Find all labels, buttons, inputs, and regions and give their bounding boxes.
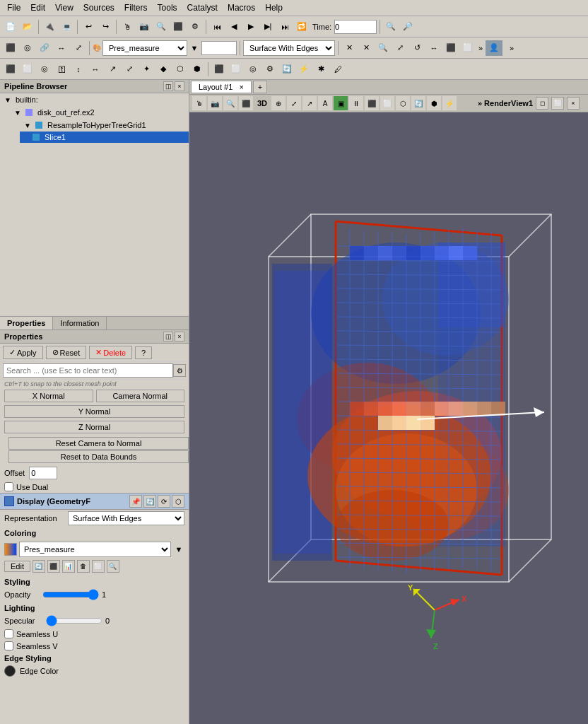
x-normal-btn[interactable]: X Normal (4, 390, 93, 402)
reset-data-btn[interactable]: Reset to Data Bounds (8, 450, 189, 463)
zoom-btn[interactable]: 🔍 (153, 19, 169, 35)
properties-close-btn[interactable]: × (175, 332, 184, 341)
vis-btn7[interactable]: ⬛ (443, 40, 459, 56)
coloring-arrow[interactable]: ▼ (189, 40, 200, 56)
render-more5[interactable]: ⬢ (427, 96, 441, 110)
coloring-sm-2[interactable]: ⬛ (47, 560, 60, 573)
tb3-13[interactable]: ⬛ (211, 62, 227, 77)
render-more3[interactable]: ⬡ (396, 96, 410, 110)
next-btn[interactable]: ▶| (260, 19, 276, 35)
layout-tab-close[interactable]: × (239, 83, 243, 91)
play-btn[interactable]: ▶ (243, 19, 259, 35)
reset-btn[interactable]: ⊘ Reset (46, 346, 87, 359)
menu-file[interactable]: File (3, 1, 25, 14)
pipeline-item-slice[interactable]: Slice1 (20, 132, 189, 143)
tb2-btn5[interactable]: ⤢ (71, 40, 86, 56)
first-btn[interactable]: ⏮ (209, 19, 225, 35)
specular-slider[interactable] (46, 615, 102, 626)
menu-help[interactable]: Help (261, 1, 287, 14)
layout-tab-add[interactable]: + (253, 81, 267, 93)
loop-btn[interactable]: 🔁 (294, 19, 310, 35)
interact-btn[interactable]: 🖱 (119, 19, 135, 35)
vis-btn4[interactable]: ⤢ (392, 40, 408, 56)
tb3-11[interactable]: ⬡ (172, 62, 188, 77)
menu-sources[interactable]: Sources (79, 1, 119, 14)
tb2-btn2[interactable]: ◎ (20, 40, 35, 56)
render-anno-btn[interactable]: A (318, 96, 332, 110)
tb3-16[interactable]: ⚙ (262, 62, 278, 77)
vis-btn2[interactable]: ✕ (358, 40, 374, 56)
tb3-6[interactable]: ↔ (88, 62, 103, 77)
panel-close-btn[interactable]: × (175, 81, 184, 91)
color-dropdown-arrow[interactable]: ▼ (173, 542, 184, 556)
open-btn[interactable]: 📂 (20, 19, 35, 35)
render-close-btn[interactable]: × (567, 97, 580, 110)
menu-view[interactable]: View (51, 1, 78, 14)
edit-coloring-btn[interactable]: Edit (4, 561, 30, 572)
tb2-btn1[interactable]: ⬛ (3, 40, 18, 56)
tb3-10[interactable]: ◆ (155, 62, 171, 77)
last-btn[interactable]: ⏭ (277, 19, 293, 35)
coloring-sm-1[interactable]: 🔄 (33, 560, 45, 573)
render-more2[interactable]: ⬜ (380, 96, 394, 110)
coloring-sm-4[interactable]: 🗑 (77, 560, 90, 573)
tb3-19[interactable]: ✱ (313, 62, 329, 77)
tb3-4[interactable]: ⚿ (54, 62, 69, 77)
menu-edit[interactable]: Edit (26, 1, 49, 14)
range-input[interactable] (201, 41, 237, 55)
pipeline-item-resample[interactable]: ▼ ResampleToHyperTreeGrid1 (20, 119, 189, 132)
tb3-12[interactable]: ⬢ (189, 62, 205, 77)
coloring-dropdown[interactable]: Pres_measure (102, 40, 187, 56)
render-orient-btn[interactable]: ↗ (302, 96, 317, 110)
render-restore-btn[interactable]: ⬜ (551, 97, 564, 110)
select-btn[interactable]: ⬛ (170, 19, 186, 35)
render-more4[interactable]: 🔄 (411, 96, 425, 110)
use-dual-checkbox[interactable] (4, 482, 13, 491)
render-more6[interactable]: ⚡ (442, 96, 457, 110)
menu-macros[interactable]: Macros (223, 1, 259, 14)
tb3-18[interactable]: ⚡ (296, 62, 312, 77)
display-scroll-btn[interactable]: ⟳ (158, 495, 170, 508)
search-input[interactable] (3, 363, 173, 378)
layout-tab-1[interactable]: Layout #1 × (191, 81, 252, 93)
tb2-btn3[interactable]: 🔗 (37, 40, 52, 56)
opacity-slider[interactable] (42, 589, 99, 600)
delete-btn[interactable]: ✕ Delete (89, 346, 132, 359)
user-btn[interactable]: 👤 (486, 40, 502, 56)
edge-color-swatch[interactable] (4, 665, 16, 677)
menu-tools[interactable]: Tools (153, 1, 182, 14)
more-btn[interactable]: » (504, 40, 519, 56)
display-refresh-btn[interactable]: 🔄 (143, 495, 156, 508)
representation-select[interactable]: Surface With Edges (68, 511, 184, 525)
vis-btn6[interactable]: ↔ (426, 40, 442, 56)
vis-btn3[interactable]: 🔍 (375, 40, 391, 56)
tb3-14[interactable]: ⬜ (228, 62, 244, 77)
render-max-btn[interactable]: ◻ (536, 97, 548, 110)
camera-normal-btn[interactable]: Camera Normal (96, 390, 185, 402)
properties-float-btn[interactable]: ◫ (163, 332, 173, 341)
tb3-9[interactable]: ✦ (139, 62, 154, 77)
render-pause-btn[interactable]: ⏸ (349, 96, 363, 110)
disconnect-btn[interactable]: 💻 (59, 19, 74, 35)
offset-input[interactable] (29, 467, 57, 479)
redo-btn[interactable]: ↪ (98, 19, 113, 35)
undo-btn[interactable]: ↩ (81, 19, 96, 35)
coloring-sm-5[interactable]: ⬜ (92, 560, 105, 573)
prev-btn[interactable]: ◀ (226, 19, 242, 35)
color-variable-select[interactable]: Pres_measure (19, 542, 171, 557)
representation-dropdown[interactable]: Surface With Edges (243, 40, 335, 56)
render-camera-btn[interactable]: 📷 (208, 96, 222, 110)
tab-properties[interactable]: Properties (0, 317, 53, 329)
seamless-v-checkbox[interactable] (4, 641, 13, 650)
settings-btn[interactable]: ⚙ (187, 19, 203, 35)
render-zoom-btn[interactable]: 🔍 (223, 96, 237, 110)
render-color-btn[interactable]: ▣ (334, 96, 348, 110)
camera-btn[interactable]: 📷 (136, 19, 152, 35)
display-pin-btn[interactable]: 📌 (129, 495, 142, 508)
zoom-out-btn[interactable]: 🔎 (400, 19, 416, 35)
vis-btn8[interactable]: ⬜ (460, 40, 476, 56)
tb3-3[interactable]: ◎ (37, 62, 52, 77)
render-more1[interactable]: ⬛ (365, 96, 379, 110)
tb3-20[interactable]: 🖊 (330, 62, 346, 77)
render-select-btn[interactable]: ⬛ (239, 96, 253, 110)
